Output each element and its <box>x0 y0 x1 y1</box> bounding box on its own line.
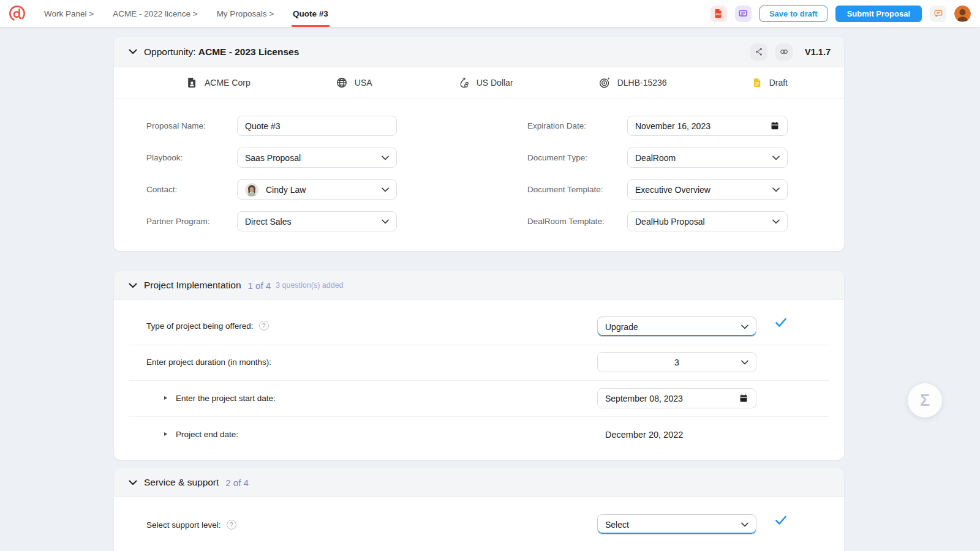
document-type-select[interactable]: DealRoom <box>627 148 788 168</box>
section-progress: 1 of 4 <box>248 280 271 291</box>
chevron-down-icon <box>772 219 780 224</box>
comments-icon <box>933 9 943 18</box>
preview-button[interactable] <box>735 6 752 22</box>
meta-company: ACME Corp <box>186 77 251 89</box>
dealroom-template-select[interactable]: DealHub Proposal <box>627 211 788 231</box>
globe-icon <box>336 77 348 89</box>
pdf-export-icon: PDF <box>714 9 723 18</box>
section-title: Service & support <box>144 477 219 488</box>
draft-document-icon <box>752 77 763 89</box>
project-duration-select[interactable]: 3 <box>597 352 756 372</box>
meta-country: USA <box>336 77 372 89</box>
section-title: Project Implementation <box>144 280 241 291</box>
breadcrumb-acme-2022-licence[interactable]: ACME - 2022 licence > <box>111 0 198 27</box>
contact-select[interactable]: Cindy Law <box>237 179 397 200</box>
question-support-level: Select support level: <box>146 520 236 530</box>
dealroom-template-label: DealRoom Template: <box>527 211 605 231</box>
collapse-service-support-button[interactable] <box>127 477 138 488</box>
breadcrumb-my-proposals[interactable]: My Proposals > <box>216 0 275 27</box>
support-level-select[interactable]: Select <box>597 514 756 534</box>
meta-currency: US Dollar <box>458 77 513 89</box>
top-bar: Work Panel > ACME - 2022 licence > My Pr… <box>0 0 980 27</box>
contact-avatar <box>245 183 258 197</box>
user-avatar[interactable] <box>954 6 971 22</box>
collapse-opportunity-button[interactable] <box>127 47 138 58</box>
question-project-duration: Enter project duration (in months): <box>146 358 271 367</box>
project-type-select[interactable]: Upgrade <box>597 317 756 337</box>
calendar-icon <box>739 393 748 403</box>
version-label: V1.1.7 <box>805 47 831 57</box>
chevron-down-icon <box>772 187 780 192</box>
collapse-project-implementation-button[interactable] <box>127 280 138 291</box>
row-divider <box>129 345 829 345</box>
confirm-check-icon[interactable] <box>775 515 787 526</box>
opportunity-card: Opportunity: ACME - 2023 Licenses V1.1.7 <box>114 37 844 251</box>
company-contact-icon <box>186 77 198 89</box>
expiration-date-picker[interactable]: November 16, 2023 <box>627 116 788 136</box>
chevron-down-icon <box>382 156 389 160</box>
pdf-export-button[interactable]: PDF <box>710 6 727 22</box>
partner-program-select[interactable]: Direct Sales <box>237 211 397 231</box>
calendar-icon <box>770 121 780 131</box>
copy-link-button[interactable] <box>775 43 793 61</box>
money-bag-icon <box>458 77 470 89</box>
meta-opportunity-id: DLHB-15236 <box>598 77 667 89</box>
target-icon <box>598 77 611 89</box>
row-divider <box>129 416 829 417</box>
chevron-down-icon <box>741 324 748 329</box>
proposal-name-input[interactable] <box>237 116 397 136</box>
summary-sigma-button[interactable]: Σ <box>908 383 942 418</box>
share-button[interactable] <box>750 43 767 61</box>
row-divider <box>129 380 829 381</box>
service-support-card: Service & support 2 of 4 Select support … <box>114 468 844 551</box>
chevron-down-icon <box>741 360 748 365</box>
breadcrumb: Work Panel > ACME - 2022 licence > My Pr… <box>43 0 346 27</box>
document-type-label: Document Type: <box>527 148 587 168</box>
help-icon[interactable] <box>227 520 236 530</box>
playbook-select[interactable]: Saas Proposal <box>237 148 397 168</box>
breadcrumb-work-panel[interactable]: Work Panel > <box>43 0 95 27</box>
contact-label: Contact: <box>146 179 177 200</box>
playbook-label: Playbook: <box>146 148 183 168</box>
question-end-date: Project end date: <box>176 430 238 439</box>
screen-preview-icon <box>738 9 748 18</box>
chevron-down-icon <box>741 522 748 527</box>
status-badge: Draft <box>769 78 788 88</box>
submit-proposal-button[interactable]: Submit Proposal <box>835 6 922 22</box>
help-icon[interactable] <box>259 321 269 331</box>
partner-program-label: Partner Program: <box>146 211 210 231</box>
project-start-date-picker[interactable]: September 08, 2023 <box>597 388 756 408</box>
confirm-check-icon[interactable] <box>775 317 787 328</box>
meta-status: Draft <box>752 77 788 89</box>
svg-text:PDF: PDF <box>716 13 722 16</box>
opportunity-meta-row: ACME Corp USA US Dollar <box>114 67 844 99</box>
chevron-down-icon <box>772 156 780 160</box>
expiration-date-label: Expiration Date: <box>527 116 586 136</box>
share-icon <box>755 47 764 56</box>
document-template-label: Document Template: <box>527 179 603 200</box>
project-implementation-card: Project Implementation 1 of 4 3 question… <box>114 271 844 460</box>
sub-question-bullet-icon <box>164 432 167 436</box>
questions-added-note: 3 question(s) added <box>276 281 344 290</box>
comments-button[interactable] <box>930 6 946 22</box>
section-progress: 2 of 4 <box>225 478 249 488</box>
breadcrumb-quote-3-active[interactable]: Quote #3 <box>292 0 330 27</box>
opportunity-title: Opportunity: ACME - 2023 Licenses <box>144 47 299 58</box>
dealhub-logo-icon[interactable] <box>8 4 26 23</box>
document-template-select[interactable]: Executive Overview <box>627 179 788 200</box>
question-project-type: Type of project being offered: <box>146 321 269 331</box>
project-end-date-value: December 20, 2022 <box>605 430 683 440</box>
proposal-name-label: Proposal Name: <box>146 116 206 136</box>
save-to-draft-button[interactable]: Save to draft <box>760 6 827 22</box>
sigma-icon: Σ <box>920 391 930 410</box>
chevron-down-icon <box>382 187 389 192</box>
chevron-down-icon <box>382 219 389 224</box>
sub-question-bullet-icon <box>164 396 167 400</box>
question-start-date: Enter the project start date: <box>176 394 276 403</box>
link-icon <box>779 47 789 56</box>
